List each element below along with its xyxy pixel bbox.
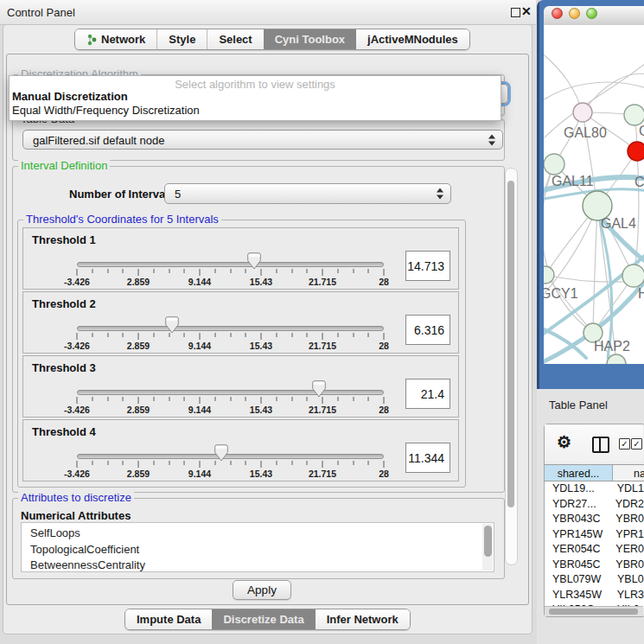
cell-name[interactable]: YDR2 xyxy=(611,497,644,513)
threshold-slider[interactable]: -3.4262.8599.14415.4321.71528 xyxy=(77,373,384,417)
table-row[interactable]: YDL19...YDL1 xyxy=(545,481,644,497)
cell-shared-name[interactable]: YBL079W xyxy=(545,572,613,588)
column-header-shared-name[interactable]: shared... xyxy=(545,464,613,481)
network-canvas[interactable]: GAL80GAGAL11COGAL4GCY1HAHAP2 xyxy=(544,25,644,364)
control-panel-titlebar xyxy=(0,0,536,25)
network-node[interactable] xyxy=(628,142,644,161)
cell-shared-name[interactable]: YDR27... xyxy=(545,497,611,513)
table-row[interactable]: YPR145WYPR1 xyxy=(545,527,644,543)
tab-label: Select xyxy=(219,33,252,46)
settings-vertical-scrollbar[interactable] xyxy=(505,168,518,565)
tab-jactivemnodules[interactable]: jActiveMNodules xyxy=(356,29,469,49)
group-title: Interval Definition xyxy=(18,159,110,172)
slider-track[interactable] xyxy=(77,454,384,459)
threshold-panel-1: Threshold 1-3.4262.8599.14415.4321.71528… xyxy=(22,227,459,290)
node-label-gcy1: GCY1 xyxy=(544,286,578,301)
tab-label: Infer Network xyxy=(327,613,399,626)
table-row[interactable]: YBR045CYBR0 xyxy=(545,558,644,573)
checkbox-icon[interactable]: ✓ xyxy=(619,438,630,450)
threshold-value-field[interactable]: 11.344 xyxy=(405,443,450,473)
threshold-slider[interactable]: -3.4262.8599.14415.4321.71528 xyxy=(77,437,384,481)
node-label-hap2: HAP2 xyxy=(594,339,630,354)
slider-thumb[interactable] xyxy=(247,252,261,270)
attribute-item-topologicalcoefficient[interactable]: TopologicalCoefficient xyxy=(22,542,494,558)
cell-name[interactable]: YBR0 xyxy=(611,558,644,573)
slider-thumb[interactable] xyxy=(214,444,228,462)
network-node[interactable] xyxy=(544,154,564,175)
threshold-slider[interactable]: -3.4262.8599.14415.4321.71528 xyxy=(77,309,384,353)
slider-thumb[interactable] xyxy=(312,380,326,398)
tab-label: Impute Data xyxy=(137,613,201,626)
close-traffic-light-icon[interactable] xyxy=(552,8,563,19)
table-horizontal-scrollbar[interactable] xyxy=(545,606,643,616)
threshold-panel-4: Threshold 4-3.4262.8599.14415.4321.71528… xyxy=(22,419,459,481)
attribute-item-selfloops[interactable]: SelfLoops xyxy=(22,523,494,542)
cell-name[interactable]: YLR3 xyxy=(613,588,644,603)
cell-name[interactable]: YER0 xyxy=(611,542,644,558)
table-row[interactable]: YBL079WYBL0 xyxy=(545,572,644,588)
tab-discretize-data[interactable]: Discretize Data xyxy=(212,609,315,629)
slider-thumb[interactable] xyxy=(165,316,179,334)
slider-track[interactable] xyxy=(77,262,384,267)
cell-name[interactable]: YBL0 xyxy=(613,572,644,588)
number-of-intervals-combobox[interactable]: 5 xyxy=(164,183,451,204)
table-row[interactable]: YBR043CYBR0 xyxy=(545,512,644,527)
cell-shared-name[interactable]: YLR345W xyxy=(545,588,613,603)
table-data-combo-value: galFiltered.sif default node xyxy=(33,134,164,147)
table-row[interactable]: YDR27...YDR2 xyxy=(545,497,644,513)
network-node[interactable] xyxy=(622,265,644,287)
tab-impute-data[interactable]: Impute Data xyxy=(125,609,212,629)
network-node[interactable] xyxy=(544,266,554,284)
tab-network[interactable]: Network xyxy=(75,29,156,49)
cell-shared-name[interactable]: YBR045C xyxy=(545,558,611,573)
cell-shared-name[interactable]: YPR145W xyxy=(545,527,611,543)
cell-name[interactable]: YPR1 xyxy=(611,527,644,543)
cell-name[interactable]: YDL1 xyxy=(613,481,644,497)
node-label-ga: GA xyxy=(639,124,644,138)
cell-name[interactable]: YBR0 xyxy=(611,512,644,527)
node-label-ha: HA xyxy=(638,286,644,301)
float-window-icon[interactable] xyxy=(511,8,520,17)
cell-shared-name[interactable]: YBR043C xyxy=(545,512,611,527)
threshold-label: Threshold 1 xyxy=(32,233,96,246)
network-node[interactable] xyxy=(573,103,592,122)
slider-track[interactable] xyxy=(77,326,384,331)
zoom-traffic-light-icon[interactable] xyxy=(586,8,597,19)
list-scrollbar[interactable] xyxy=(482,524,493,571)
table-data-combobox[interactable]: galFiltered.sif default node xyxy=(22,130,503,150)
apply-button[interactable]: Apply xyxy=(233,580,291,600)
threshold-value-field[interactable]: 6.316 xyxy=(405,315,450,345)
slider-ticks xyxy=(77,269,384,277)
checkbox-icon[interactable]: ✓ xyxy=(631,438,642,450)
threshold-value-field[interactable]: 21.4 xyxy=(405,379,450,409)
tab-select[interactable]: Select xyxy=(207,29,263,49)
tab-infer-network[interactable]: Infer Network xyxy=(316,609,410,629)
table-row[interactable]: YLR345WYLR3 xyxy=(545,588,644,603)
minimize-traffic-light-icon[interactable] xyxy=(569,8,580,19)
tab-style[interactable]: Style xyxy=(156,29,207,49)
tab-cyni-toolbox[interactable]: Cyni Toolbox xyxy=(264,29,356,49)
close-icon[interactable]: ✕ xyxy=(521,4,532,18)
tab-label: Discretize Data xyxy=(223,613,303,626)
threshold-label: Threshold 3 xyxy=(32,361,96,374)
popup-item-equal-width-frequency-discretization[interactable]: Equal Width/Frequency Discretization xyxy=(12,104,200,117)
popup-item-manual-discretization[interactable]: Manual Discretization xyxy=(12,90,128,103)
threshold-slider[interactable]: -3.4262.8599.14415.4321.71528 xyxy=(77,245,384,289)
cell-shared-name[interactable]: YER054C xyxy=(545,542,611,558)
slider-tick-labels: -3.4262.8599.14415.4321.71528 xyxy=(77,277,384,287)
cell-shared-name[interactable]: YDL19... xyxy=(545,481,613,497)
slider-track[interactable] xyxy=(77,390,384,395)
column-header-name[interactable]: na xyxy=(613,464,644,481)
numerical-attributes-label: Numerical Attributes xyxy=(21,509,131,522)
table-row[interactable]: YER054CYER0 xyxy=(545,542,644,558)
column-layout-icon[interactable] xyxy=(592,437,609,453)
node-label-gal4: GAL4 xyxy=(601,216,636,231)
network-node[interactable] xyxy=(624,105,644,125)
threshold-panel-2: Threshold 2-3.4262.8599.14415.4321.71528… xyxy=(22,291,459,354)
combo-arrows-icon xyxy=(488,134,495,145)
gear-icon[interactable]: ⚙ xyxy=(557,433,571,452)
attribute-item-betweennesscentrality[interactable]: BetweennessCentrality xyxy=(22,558,494,572)
threshold-value-field[interactable]: 14.713 xyxy=(405,251,450,281)
numerical-attributes-list[interactable]: SelfLoopsTopologicalCoefficientBetweenne… xyxy=(21,522,494,572)
bottom-tab-bar: Impute DataDiscretize DataInfer Network xyxy=(124,609,411,630)
